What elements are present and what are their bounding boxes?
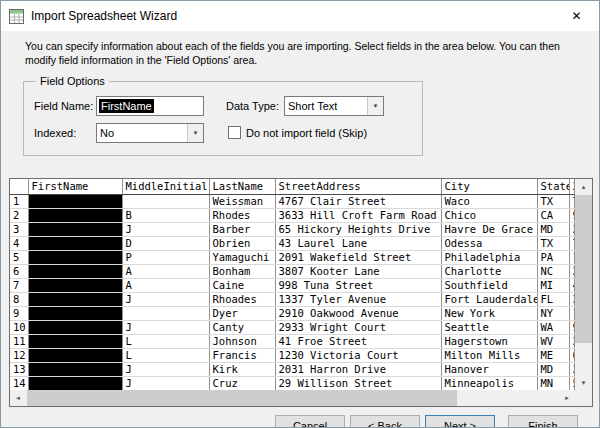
cell[interactable]: Hagerstown xyxy=(441,334,537,348)
chevron-down-icon[interactable]: ▼ xyxy=(187,124,203,142)
cell[interactable]: Charlotte xyxy=(441,264,537,278)
cell[interactable]: Johnson xyxy=(209,334,275,348)
column-header[interactable]: State xyxy=(537,179,569,194)
cell[interactable]: Obrien xyxy=(209,236,275,250)
cell[interactable]: 2 xyxy=(569,362,575,376)
cell[interactable]: 2091 Wakefield Street xyxy=(275,250,441,264)
next-button[interactable]: Next > xyxy=(425,415,495,428)
cell[interactable]: Shawna xyxy=(28,292,122,306)
cell[interactable]: TX xyxy=(537,236,569,250)
scroll-down-icon[interactable]: ▼ xyxy=(575,375,592,390)
cell[interactable]: A xyxy=(122,278,209,292)
cell[interactable]: 4767 Clair Street xyxy=(275,194,441,208)
column-header[interactable]: City xyxy=(441,179,537,194)
cell[interactable]: 9 xyxy=(569,208,575,222)
cell[interactable]: NY xyxy=(537,306,569,320)
cell[interactable]: 4 xyxy=(569,278,575,292)
cell[interactable]: Seattle xyxy=(441,320,537,334)
cell[interactable]: 7 xyxy=(569,194,575,208)
cell[interactable]: Milton Mills xyxy=(441,348,537,362)
cell[interactable]: J xyxy=(122,376,209,390)
cell[interactable]: 1337 Tyler Avenue xyxy=(275,292,441,306)
vertical-scrollbar[interactable]: ▲ ▼ xyxy=(575,179,592,390)
cell[interactable]: Grace xyxy=(28,376,122,390)
column-header[interactable]: Z xyxy=(569,179,575,194)
cell[interactable]: CA xyxy=(537,208,569,222)
cell[interactable]: Annie xyxy=(28,348,122,362)
cell[interactable]: 5 xyxy=(569,376,575,390)
column-header[interactable]: StreetAddress xyxy=(275,179,441,194)
cell[interactable]: Southfield xyxy=(441,278,537,292)
cell[interactable]: 2 xyxy=(569,334,575,348)
cell[interactable]: 43 Laurel Lane xyxy=(275,236,441,250)
cell[interactable]: Odessa xyxy=(441,236,537,250)
skip-checkbox[interactable] xyxy=(228,126,241,139)
cell[interactable]: L xyxy=(122,334,209,348)
field-name-input[interactable]: FirstName xyxy=(96,96,204,116)
cancel-button[interactable]: Cancel xyxy=(275,415,345,428)
cell[interactable]: L xyxy=(122,348,209,362)
cell[interactable]: J xyxy=(122,320,209,334)
cell[interactable]: 41 Froe Street xyxy=(275,334,441,348)
horizontal-scrollbar-thumb[interactable] xyxy=(27,390,457,406)
cell[interactable]: Joyce xyxy=(28,306,122,320)
cell[interactable]: Nydia xyxy=(28,320,122,334)
cell[interactable]: Timothy xyxy=(28,334,122,348)
cell[interactable]: Joseph xyxy=(28,362,122,376)
cell[interactable]: J xyxy=(122,292,209,306)
finish-button[interactable]: Finish xyxy=(508,415,578,428)
cell[interactable]: MD xyxy=(537,362,569,376)
cell[interactable]: 2933 Wright Court xyxy=(275,320,441,334)
cell[interactable]: Jose xyxy=(28,278,122,292)
cell[interactable]: B xyxy=(122,208,209,222)
cell[interactable]: Minneapolis xyxy=(441,376,537,390)
cell[interactable]: 1 xyxy=(569,306,575,320)
cell[interactable]: Francis xyxy=(209,348,275,362)
cell[interactable]: Roland xyxy=(28,250,122,264)
cell[interactable]: P xyxy=(122,250,209,264)
cell[interactable]: Fort Lauderdale xyxy=(441,292,537,306)
cell[interactable]: Cruz xyxy=(209,376,275,390)
cell[interactable]: 1230 Victoria Court xyxy=(275,348,441,362)
scroll-left-icon[interactable]: ◄ xyxy=(10,390,26,406)
cell[interactable]: WA xyxy=(537,320,569,334)
cell[interactable]: Edgar xyxy=(28,208,122,222)
cell[interactable]: 29 Willison Street xyxy=(275,376,441,390)
cell[interactable]: 3807 Kooter Lane xyxy=(275,264,441,278)
cell[interactable] xyxy=(122,306,209,320)
cell[interactable]: Bernadette xyxy=(28,194,122,208)
cell[interactable]: Weissman xyxy=(209,194,275,208)
cell[interactable]: 0 xyxy=(569,348,575,362)
cell[interactable]: Chico xyxy=(441,208,537,222)
indexed-select[interactable]: No ▼ xyxy=(96,123,204,143)
cell[interactable]: 7 xyxy=(569,236,575,250)
cell[interactable]: 65 Hickory Heights Drive xyxy=(275,222,441,236)
cell[interactable]: Barber xyxy=(209,222,275,236)
cell[interactable]: A xyxy=(122,264,209,278)
cell[interactable]: Ramiro xyxy=(28,264,122,278)
close-icon[interactable]: ✕ xyxy=(554,1,599,31)
data-type-select[interactable]: Short Text ▼ xyxy=(284,96,384,116)
cell[interactable]: Bonham xyxy=(209,264,275,278)
cell[interactable]: PA xyxy=(537,250,569,264)
cell[interactable]: NC xyxy=(537,264,569,278)
cell[interactable]: Rhoades xyxy=(209,292,275,306)
column-header[interactable]: FirstName xyxy=(28,179,122,194)
horizontal-scrollbar[interactable]: ◄ ► xyxy=(10,390,575,406)
cell[interactable]: Michael xyxy=(28,222,122,236)
scroll-right-icon[interactable]: ► xyxy=(559,390,575,406)
cell[interactable]: Dyer xyxy=(209,306,275,320)
cell[interactable]: 2910 Oakwood Avenue xyxy=(275,306,441,320)
cell[interactable]: 3633 Hill Croft Farm Road xyxy=(275,208,441,222)
cell[interactable]: 3 xyxy=(569,292,575,306)
cell[interactable]: Philadelphia xyxy=(441,250,537,264)
cell[interactable]: 998 Tuna Street xyxy=(275,278,441,292)
cell[interactable]: Hanover xyxy=(441,362,537,376)
cell[interactable]: TX xyxy=(537,194,569,208)
cell[interactable]: Rhodes xyxy=(209,208,275,222)
scroll-up-icon[interactable]: ▲ xyxy=(575,179,592,194)
vertical-scrollbar-thumb[interactable] xyxy=(575,195,592,343)
cell[interactable]: 2 xyxy=(569,264,575,278)
cell[interactable]: MN xyxy=(537,376,569,390)
cell[interactable]: Canty xyxy=(209,320,275,334)
